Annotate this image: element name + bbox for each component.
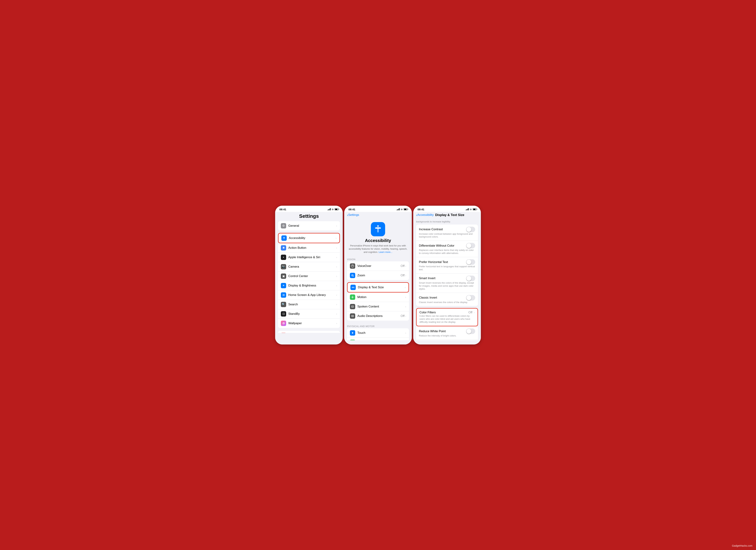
panel2-time: 09:41: [348, 208, 355, 211]
increase-contrast-toggle[interactable]: [466, 227, 475, 232]
classic-invert-label: Classic Invert: [419, 296, 437, 299]
access-item-audio-descriptions[interactable]: Audio Descriptions Off ›: [347, 311, 409, 321]
action-chevron: ›: [336, 246, 337, 249]
spoken-content-label: Spoken Content: [357, 305, 405, 308]
access-item-voiceover[interactable]: VoiceOver Off ›: [347, 261, 409, 271]
camera-label: Camera: [288, 265, 336, 269]
settings-item-display-brightness[interactable]: ☀ Display & Brightness ›: [278, 281, 340, 290]
settings-item-camera[interactable]: 📷 Camera ›: [278, 262, 340, 272]
panel2-scroll[interactable]: Accessibility Personalize iPhone in ways…: [344, 219, 412, 340]
notifications-icon: 🔔: [281, 333, 286, 333]
search-chevron: ›: [336, 303, 337, 306]
display-item-auto-brightness[interactable]: Auto-Brightness Turning off auto-brightn…: [416, 340, 478, 340]
classic-invert-toggle[interactable]: [466, 295, 475, 301]
motion-icon: [350, 294, 355, 300]
smart-invert-label: Smart Invert: [419, 277, 435, 280]
accessibility-chevron: ›: [336, 237, 337, 240]
display-brightness-chevron: ›: [336, 284, 337, 287]
horizontal-text-toggle[interactable]: [466, 259, 475, 265]
display-item-smart-invert[interactable]: Smart Invert Smart Invert reverses the c…: [416, 273, 478, 293]
panel2-status-icons: ⊛: [397, 208, 408, 211]
settings-item-action-button[interactable]: ✱ Action Button ›: [278, 243, 340, 253]
panel3-top-desc-text: backgrounds to increase legibility.: [416, 220, 451, 223]
panel3-title: Display & Text Size: [435, 213, 464, 217]
settings-item-wallpaper[interactable]: ✿ Wallpaper ›: [278, 319, 340, 328]
audio-descriptions-value: Off: [401, 314, 405, 318]
panel2-status-bar: 09:41 ⊛: [344, 206, 412, 212]
settings-list2: ✱ Action Button › ✦ Apple Intelligence &…: [278, 243, 340, 328]
panel3-header: ‹ Accessibility Display & Text Size: [413, 212, 481, 219]
display-item-differentiate[interactable]: Differentiate Without Color Replaces use…: [416, 241, 478, 257]
access-item-spoken-content[interactable]: Spoken Content ›: [347, 302, 409, 311]
home-screen-label: Home Screen & App Library: [288, 293, 336, 297]
settings-item-search[interactable]: 🔍 Search ›: [278, 300, 340, 309]
smart-invert-toggle[interactable]: [466, 276, 475, 281]
svg-point-0: [284, 237, 284, 237]
vision-section-header: VISION: [344, 257, 412, 261]
standby-icon: ⊡: [281, 311, 286, 317]
vision-list: VoiceOver Off › Zoom Off ›: [347, 261, 409, 280]
vision-list2: Motion › Spoken Content ›: [347, 293, 409, 321]
panel3-back-link[interactable]: Accessibility: [417, 213, 434, 217]
search-icon: 🔍: [281, 302, 286, 307]
physical-motor-list: Touch › Face ID & Attention ›: [347, 328, 409, 340]
svg-point-1: [377, 225, 379, 227]
panel3-wifi-icon: ⊛: [470, 208, 472, 211]
display-item-increase-contrast[interactable]: Increase Contrast Increase color contras…: [416, 225, 478, 241]
color-filters-value: Off: [468, 311, 472, 314]
color-filters-label: Color Filters: [419, 311, 436, 314]
panel2-battery-icon: [404, 208, 408, 210]
settings-item-home-screen[interactable]: ⊞ Home Screen & App Library ›: [278, 290, 340, 300]
learn-more-link[interactable]: Learn more...: [379, 251, 392, 253]
display-item-color-filters[interactable]: Color Filters Off › Color filters can be…: [417, 309, 477, 326]
watermark: GadgetHacks.com: [732, 544, 752, 547]
panel2-phone: 09:41 ⊛ ‹ Settings: [344, 206, 412, 344]
voiceover-label: VoiceOver: [357, 264, 401, 268]
wallpaper-icon: ✿: [281, 321, 286, 326]
general-label: General: [288, 224, 336, 228]
reduce-white-point-toggle[interactable]: [466, 328, 475, 334]
settings-item-control-center[interactable]: ▣ Control Center ›: [278, 272, 340, 281]
access-item-motion[interactable]: Motion ›: [347, 293, 409, 302]
accessibility-highlight-border: Accessibility ›: [278, 233, 340, 243]
settings-item-accessibility[interactable]: Accessibility ›: [279, 233, 339, 243]
search-label: Search: [288, 303, 336, 306]
access-item-touch[interactable]: Touch ›: [347, 328, 409, 338]
panel3-scroll[interactable]: backgrounds to increase legibility. Incr…: [413, 219, 481, 340]
reduce-white-point-label: Reduce White Point: [419, 330, 446, 333]
display-brightness-icon: ☀: [281, 283, 286, 288]
settings-group1: ⚙ General › Accessibility ›: [275, 221, 343, 328]
settings-item-general[interactable]: ⚙ General ›: [278, 221, 340, 230]
general-icon: ⚙: [281, 223, 286, 228]
svg-point-5: [352, 297, 353, 298]
control-center-icon: ▣: [281, 273, 286, 279]
battery-icon: [335, 208, 338, 210]
display-item-reduce-white-point[interactable]: Reduce White Point Reduce the intensity …: [416, 326, 478, 340]
settings-item-apple-intelligence[interactable]: ✦ Apple Intelligence & Siri ›: [278, 253, 340, 262]
outer-container: 09:41 ⊛ Settings: [273, 204, 483, 347]
display-item-horizontal-text[interactable]: Prefer Horizontal Text Prefer horizontal…: [416, 257, 478, 273]
access-item-faceid-attention[interactable]: Face ID & Attention ›: [347, 338, 409, 340]
panel1-status-bar: 09:41 ⊛: [275, 206, 343, 212]
panel1-scroll[interactable]: Settings ⚙ General ›: [275, 212, 343, 333]
differentiate-toggle[interactable]: [466, 243, 475, 248]
wifi-icon: ⊛: [332, 208, 334, 211]
apple-intelligence-chevron: ›: [336, 256, 337, 259]
standby-chevron: ›: [336, 312, 337, 315]
increase-contrast-desc: Increase color contrast between app fore…: [419, 233, 475, 239]
settings-item-notifications[interactable]: 🔔 Notifications ›: [278, 331, 340, 333]
increase-contrast-label: Increase Contrast: [419, 228, 443, 231]
spoken-content-icon: [350, 304, 355, 309]
display-item-classic-invert[interactable]: Classic Invert Classic Invert reverses t…: [416, 293, 478, 306]
touch-label: Touch: [357, 331, 405, 335]
access-item-display-text-size[interactable]: AA Display & Text Size ›: [348, 283, 408, 292]
settings-item-standby[interactable]: ⊡ StandBy ›: [278, 309, 340, 319]
panel3-signal-icon: [466, 208, 469, 210]
signal-bars-icon: [328, 208, 331, 210]
panel1-phone: 09:41 ⊛ Settings: [275, 206, 343, 344]
panel2-back-link[interactable]: Settings: [348, 213, 359, 217]
horizontal-text-desc: Prefer horizontal text in languages that…: [419, 265, 475, 271]
control-center-chevron: ›: [336, 275, 337, 278]
camera-icon: 📷: [281, 264, 286, 269]
access-item-zoom[interactable]: Zoom Off ›: [347, 271, 409, 280]
